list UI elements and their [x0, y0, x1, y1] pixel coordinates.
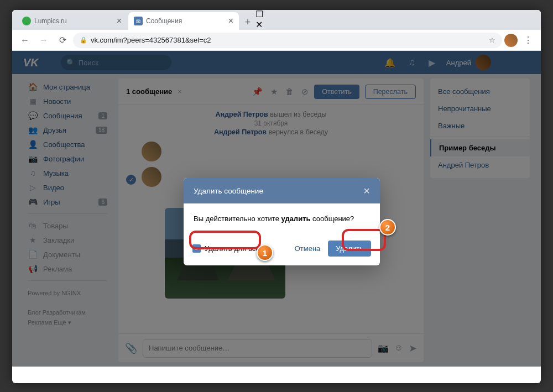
tab-messages[interactable]: ✉ Сообщения ×: [128, 12, 239, 30]
delete-button[interactable]: Удалить: [328, 241, 371, 257]
modal-title: Удалить сообщение: [194, 187, 263, 195]
delete-for-all-checkbox[interactable]: ✓ Удалить для всех: [192, 244, 263, 253]
modal-footer: ✓ Удалить для всех Отмена Удалить: [184, 234, 380, 265]
menu-button[interactable]: ⋮: [520, 32, 536, 49]
reload-button[interactable]: ⟳: [54, 32, 71, 49]
close-icon[interactable]: ×: [363, 185, 370, 197]
maximize-button[interactable]: ☐: [255, 10, 264, 19]
modal-body: Вы действительно хотите удалить сообщени…: [184, 203, 380, 234]
star-icon[interactable]: ☆: [489, 36, 495, 44]
page: VK 🔍 Поиск 🔔 ♫ ▶ Андрей 🏠Моя страница ▦Н…: [12, 51, 541, 367]
forward-button[interactable]: →: [35, 32, 52, 49]
profile-avatar[interactable]: [504, 34, 518, 47]
urlbar: ← → ⟳ 🔒 vk.com/im?peers=432567381&sel=c2…: [12, 30, 541, 51]
annotation-number-1: 1: [257, 244, 273, 261]
address-bar[interactable]: 🔒 vk.com/im?peers=432567381&sel=c2 ☆: [73, 33, 502, 48]
tab-lumpics[interactable]: Lumpics.ru ×: [17, 12, 127, 30]
tabstrip: Lumpics.ru × ✉ Сообщения × + — ☐ ✕: [12, 10, 541, 30]
tab-label: Lumpics.ru: [34, 17, 67, 25]
delete-modal: Удалить сообщение × Вы действительно хот…: [184, 178, 380, 265]
close-icon[interactable]: ×: [117, 16, 122, 26]
back-button[interactable]: ←: [17, 32, 33, 49]
checkbox-icon: ✓: [192, 244, 201, 253]
browser-window: Lumpics.ru × ✉ Сообщения × + — ☐ ✕ ← → ⟳…: [12, 10, 541, 383]
url-text: vk.com/im?peers=432567381&sel=c2: [91, 36, 211, 44]
new-tab-button[interactable]: +: [240, 14, 255, 30]
modal-header: Удалить сообщение ×: [184, 178, 380, 203]
lock-icon: 🔒: [80, 36, 87, 44]
tab-label: Сообщения: [146, 17, 182, 25]
close-icon[interactable]: ×: [228, 16, 233, 26]
annotation-number-2: 2: [379, 219, 396, 236]
cancel-button[interactable]: Отмена: [295, 244, 321, 253]
window-close-button[interactable]: ✕: [255, 19, 264, 30]
favicon-lumpics: [22, 17, 31, 25]
checkbox-label: Удалить для всех: [205, 244, 263, 253]
favicon-vk: ✉: [134, 17, 143, 25]
